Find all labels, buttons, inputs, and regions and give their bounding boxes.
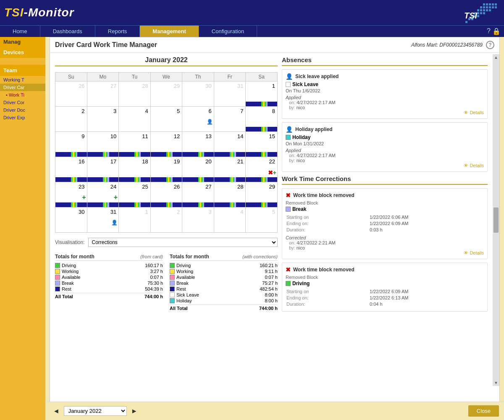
color-sick-corr — [170, 292, 175, 297]
corrected-info-1: Corrected on: 4/27/2022 2:21 AM by: nico — [286, 235, 484, 250]
cal-cell-3-1[interactable]: 17 — [87, 157, 119, 182]
correction-card-1: ✖ Work time block removed Removed Block … — [282, 188, 488, 259]
sidebar-item-driver-exp[interactable]: Driver Exp — [0, 114, 45, 121]
cal-cell-1-2[interactable]: 4 — [119, 107, 151, 132]
cal-cell-4-3[interactable]: 26 — [150, 182, 182, 207]
scroll-down-arrow[interactable]: ▼ — [494, 381, 498, 385]
sick-leave-details-link[interactable]: 👁 Details — [464, 110, 484, 115]
help-icon[interactable]: ? — [487, 27, 491, 35]
cal-cell-0-3[interactable]: 29 — [150, 81, 182, 107]
visualisation-select[interactable]: Corrections From Card Both — [88, 238, 278, 247]
cal-week-6[interactable]: 3031👤12345 — [55, 207, 278, 233]
holiday-person-icon: 👤 — [286, 126, 293, 133]
cal-cell-3-2[interactable]: 18 — [119, 157, 151, 182]
sidebar-item-driver-doc[interactable]: Driver Doc — [0, 106, 45, 114]
block-name-1: Break — [292, 206, 306, 212]
cal-week-4[interactable]: 16171819202122✖+ — [55, 157, 278, 182]
cal-cell-5-3[interactable]: 2 — [150, 207, 182, 233]
cal-cell-0-0[interactable]: 26 — [55, 81, 87, 107]
cal-cell-2-3[interactable]: 12 — [150, 132, 182, 157]
cal-cell-2-6[interactable]: 15 — [246, 132, 278, 157]
holiday-details-label: Details — [470, 163, 484, 168]
cal-week-3[interactable]: 9101112131415 — [55, 132, 278, 157]
svg-rect-9 — [489, 6, 491, 8]
nav-home[interactable]: Home — [0, 26, 40, 37]
cal-cell-0-1[interactable]: 27 — [87, 81, 119, 107]
cal-cell-1-5[interactable]: 7 — [214, 107, 246, 132]
left-panel: January 2022 Su Mo Tu We Th Fr — [55, 56, 278, 396]
cal-cell-4-0[interactable]: 23+ — [55, 182, 87, 207]
month-select[interactable]: January 2022 — [64, 406, 127, 416]
cal-cell-0-6[interactable]: 1 — [246, 81, 278, 107]
timeline-bar-4-5 — [214, 202, 246, 207]
timeline-bar-2-5 — [214, 152, 246, 157]
totals-holiday-corr-label: Holiday — [176, 298, 251, 303]
nav-reports[interactable]: Reports — [95, 26, 140, 37]
sick-leave-card: 👤 Sick leave applied Sick Leave On Thu 1… — [282, 69, 488, 119]
cal-cell-4-5[interactable]: 28 — [214, 182, 246, 207]
cal-cell-1-4[interactable]: 6👤 — [182, 107, 214, 132]
cal-cell-4-2[interactable]: 25 — [119, 182, 151, 207]
cal-cell-1-3[interactable]: 5 — [150, 107, 182, 132]
cal-cell-5-2[interactable]: 1 — [119, 207, 151, 233]
cal-cell-0-5[interactable]: 31 — [214, 81, 246, 107]
timeline-bar-3-2 — [119, 177, 150, 182]
totals-working-corr: Working 9:11 h — [170, 268, 278, 274]
timeline-bar-4-2 — [119, 202, 150, 207]
cal-cell-1-6[interactable]: 8 — [246, 107, 278, 132]
nav-dashboards[interactable]: Dashboards — [40, 26, 95, 37]
cal-cell-3-4[interactable]: 20 — [182, 157, 214, 182]
cal-cell-1-1[interactable]: 3 — [87, 107, 119, 132]
block-info-1: Starting on 1/22/2022 6:06 AM Ending on:… — [286, 214, 484, 234]
nav-configuration[interactable]: Configuration — [199, 26, 257, 37]
cal-week-5[interactable]: 23+24+2526272829 — [55, 182, 278, 207]
day-num-4-5: 28 — [215, 183, 245, 190]
cal-cell-0-2[interactable]: 28 — [119, 81, 151, 107]
cal-week-2[interactable]: 23456👤78 — [55, 107, 278, 132]
calendar-grid: Su Mo Tu We Th Fr Sa 262728293031123456👤… — [55, 72, 278, 233]
cal-cell-2-2[interactable]: 11 — [119, 132, 151, 157]
lock-icon[interactable]: 🔒 — [492, 27, 501, 35]
prev-month-button[interactable]: ◄ — [50, 407, 62, 416]
cal-cell-2-1[interactable]: 10 — [87, 132, 119, 157]
next-month-button[interactable]: ► — [129, 407, 140, 416]
cal-cell-5-4[interactable]: 3 — [182, 207, 214, 233]
cal-cell-5-5[interactable]: 4 — [214, 207, 246, 233]
cal-cell-5-6[interactable]: 5 — [246, 207, 278, 233]
day-num-2-4: 13 — [183, 133, 213, 140]
scroll-up-arrow[interactable]: ▲ — [494, 55, 498, 60]
cal-cell-3-5[interactable]: 21 — [214, 157, 246, 182]
block-info-table-2: Starting on 1/22/2022 6:09 AM Ending on:… — [286, 288, 484, 308]
sidebar-item-driver-car[interactable]: Driver Car — [0, 84, 45, 91]
cal-cell-5-0[interactable]: 30 — [55, 207, 87, 233]
sidebar-item-work-ti[interactable]: • Work Ti — [0, 91, 45, 99]
sidebar-item-working-t[interactable]: Working T — [0, 76, 45, 84]
scroll-thumb[interactable] — [494, 207, 499, 233]
starting-label-2: Starting on — [286, 289, 369, 294]
correction-details-link-1[interactable]: 👁 Details — [464, 250, 484, 255]
cal-cell-3-3[interactable]: 19 — [150, 157, 182, 182]
cal-cell-0-4[interactable]: 30 — [182, 81, 214, 107]
cal-cell-3-6[interactable]: 22✖+ — [246, 157, 278, 182]
day-num-3-4: 20 — [183, 158, 213, 165]
cal-cell-2-5[interactable]: 14 — [214, 132, 246, 157]
cal-cell-5-1[interactable]: 31👤 — [87, 207, 119, 233]
cal-cell-4-6[interactable]: 29 — [246, 182, 278, 207]
cal-cell-3-0[interactable]: 16 — [55, 157, 87, 182]
totals-from-card-title: Totals for month — [55, 254, 94, 260]
cal-cell-4-1[interactable]: 24+ — [87, 182, 119, 207]
close-button[interactable]: Close — [468, 405, 499, 417]
cal-week-1[interactable]: 2627282930311 — [55, 81, 278, 107]
sidebar-item-driver-cor[interactable]: Driver Cor — [0, 99, 45, 106]
cal-cell-1-0[interactable]: 2 — [55, 107, 87, 132]
cal-cell-4-4[interactable]: 27 — [182, 182, 214, 207]
cal-cell-2-0[interactable]: 9 — [55, 132, 87, 157]
holiday-by-label: by: — [289, 158, 295, 163]
cal-cell-2-4[interactable]: 13 — [182, 132, 214, 157]
scrollbar[interactable]: ▲ ▼ — [493, 54, 499, 386]
svg-rect-8 — [486, 6, 488, 8]
nav-footer: ◄ January 2022 ► Close — [45, 402, 504, 420]
nav-management[interactable]: Management — [140, 26, 199, 37]
inline-help-icon[interactable]: ? — [486, 41, 494, 49]
holiday-details-link[interactable]: 👁 Details — [464, 163, 484, 168]
